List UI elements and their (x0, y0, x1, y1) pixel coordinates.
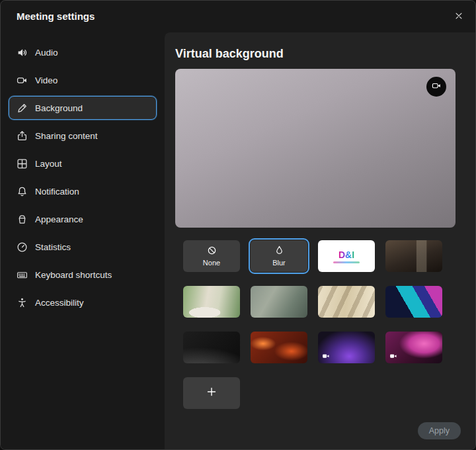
bell-icon (17, 186, 28, 197)
accessibility-icon (17, 297, 28, 308)
sidebar-item-label: Appearance (35, 214, 83, 224)
thumbnail-pink-abstract[interactable] (385, 332, 442, 363)
paint-bucket-icon (17, 214, 28, 225)
sidebar-item-label: Background (35, 103, 83, 113)
sidebar-item-audio[interactable]: Audio (9, 40, 157, 64)
none-icon (207, 246, 217, 258)
sidebar-item-sharing-content[interactable]: Sharing content (9, 124, 157, 148)
sidebar-item-background[interactable]: Background (9, 96, 157, 120)
thumbnail-office[interactable] (385, 240, 442, 272)
thumbnail-window-light[interactable] (318, 286, 375, 318)
camera-overlay-icon (389, 352, 397, 360)
thumbnail-purple-glow[interactable] (318, 332, 375, 363)
keyboard-icon (17, 269, 28, 281)
thumbnail-blur-label: Blur (272, 259, 286, 267)
gauge-icon (17, 242, 28, 253)
thumbnail-diversity-inclusion[interactable]: D&I (318, 240, 375, 272)
apply-button[interactable]: Apply (418, 422, 461, 439)
panel-heading: Virtual background (175, 47, 475, 61)
sidebar-item-accessibility[interactable]: Accessibility (9, 291, 157, 314)
sidebar-item-keyboard-shortcuts[interactable]: Keyboard shortcuts (9, 263, 157, 287)
camera-overlay-icon (322, 352, 330, 360)
camera-preview (175, 69, 456, 228)
sidebar-item-label: Layout (35, 159, 62, 169)
sidebar-item-label: Accessibility (35, 298, 84, 308)
sidebar-item-video[interactable]: Video (9, 68, 157, 92)
sidebar-item-layout[interactable]: Layout (9, 152, 157, 175)
grid-layout-icon (17, 158, 28, 169)
sidebar-item-appearance[interactable]: Appearance (9, 207, 157, 231)
sidebar-item-statistics[interactable]: Statistics (9, 235, 157, 259)
thumbnail-blurred-green[interactable] (251, 286, 307, 318)
thumbnail-blur[interactable]: Blur (251, 240, 307, 272)
blur-droplet-icon (274, 246, 284, 258)
dandi-subtext-decoration (333, 261, 360, 263)
sidebar-item-notification[interactable]: Notification (9, 179, 157, 203)
thumbnail-abstract-teal[interactable] (385, 286, 442, 318)
close-button[interactable] (452, 10, 466, 24)
add-background-button[interactable] (183, 377, 240, 409)
titlebar: Meeting settings (1, 1, 475, 32)
flip-camera-icon (432, 81, 442, 93)
background-brush-icon (17, 103, 28, 114)
sidebar-item-label: Video (35, 75, 58, 85)
thumbnail-home-plants[interactable] (183, 286, 240, 318)
sidebar-item-label: Sharing content (35, 131, 98, 141)
thumbnail-none[interactable]: None (183, 240, 240, 272)
sidebar-item-label: Keyboard shortcuts (35, 270, 112, 280)
camera-icon (17, 75, 28, 86)
dialog-title: Meeting settings (17, 11, 95, 22)
plus-icon (206, 386, 217, 400)
thumbnail-none-label: None (203, 259, 220, 267)
sidebar-item-label: Notification (35, 187, 79, 197)
close-icon (454, 11, 463, 23)
share-icon (17, 130, 28, 142)
background-thumbnails: None Blur D&I (183, 240, 475, 363)
speaker-icon (17, 47, 28, 58)
sidebar-item-label: Audio (35, 48, 58, 58)
thumbnail-lava-texture[interactable] (251, 332, 307, 363)
dandi-text: D&I (338, 249, 354, 260)
meeting-settings-dialog: Meeting settings Audio Video Background (0, 0, 476, 450)
virtual-background-panel: Virtual background None Blur (165, 32, 475, 449)
sidebar-item-label: Statistics (35, 242, 71, 252)
flip-camera-button[interactable] (426, 77, 446, 97)
thumbnail-dark-smoke[interactable] (183, 332, 240, 363)
settings-sidebar: Audio Video Background Sharing content L… (1, 32, 165, 449)
